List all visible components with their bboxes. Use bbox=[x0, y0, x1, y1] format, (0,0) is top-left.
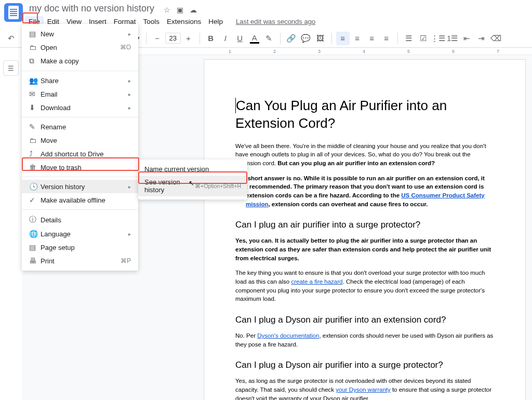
menu-details[interactable]: ⓘDetails bbox=[22, 212, 138, 227]
textcolor-button[interactable]: A bbox=[248, 32, 261, 45]
fontsize-dec[interactable]: − bbox=[151, 32, 164, 45]
menu-email[interactable]: ✉Email▸ bbox=[22, 87, 138, 101]
link-button[interactable]: 🔗 bbox=[285, 32, 298, 45]
fontsize-input[interactable]: 23 bbox=[165, 33, 181, 44]
paragraph: No. Per Dyson's documentation, extension… bbox=[235, 331, 494, 349]
submenu-name-version[interactable]: Name current version bbox=[138, 163, 247, 176]
menu-open[interactable]: 🗀Open⌘O bbox=[22, 41, 138, 54]
paragraph: We've all been there. You're in the midd… bbox=[235, 142, 494, 168]
document-page[interactable]: Can You Plug an Air Purifier into an Ext… bbox=[204, 59, 526, 400]
menu-trash[interactable]: 🗑Move to trash bbox=[22, 161, 138, 174]
docs-logo[interactable] bbox=[4, 3, 23, 22]
ruler-tick: 3 bbox=[318, 49, 321, 54]
indent-button[interactable]: ⇥ bbox=[475, 32, 488, 45]
cursor-icon: ↖ bbox=[189, 179, 194, 187]
last-edit-link[interactable]: Last edit was seconds ago bbox=[236, 18, 315, 25]
link-dyson-docs[interactable]: Dyson's documentation bbox=[257, 332, 319, 339]
ruler-tick: 4 bbox=[363, 49, 365, 54]
italic-button[interactable]: I bbox=[219, 32, 232, 45]
linespacing-button[interactable]: ☰ bbox=[402, 32, 416, 45]
highlight-button[interactable]: ✎ bbox=[262, 32, 276, 45]
menu-makecopy[interactable]: ⧉Make a copy bbox=[22, 54, 138, 68]
outdent-button[interactable]: ⇤ bbox=[460, 32, 474, 45]
menu-share[interactable]: 👥Share▸ bbox=[22, 74, 138, 87]
align-justify-button[interactable]: ≡ bbox=[380, 32, 393, 45]
menu-move[interactable]: 🗀Move bbox=[22, 134, 138, 147]
heading-2: Can I plug a Dyson air purifier into an … bbox=[235, 315, 494, 325]
heading-2: Can I plug a Dyson air purifier into a s… bbox=[235, 360, 494, 370]
ruler-tick: 5 bbox=[407, 49, 410, 54]
menu-pagesetup[interactable]: ▤Page setup bbox=[22, 241, 138, 254]
menu-extensions[interactable]: Extensions bbox=[163, 16, 205, 27]
menu-print[interactable]: 🖶Print⌘P bbox=[22, 254, 138, 268]
bulletlist-button[interactable]: ⋮☰ bbox=[431, 32, 445, 45]
checklist-button[interactable]: ☑ bbox=[417, 32, 430, 45]
menu-language[interactable]: 🌐Language▸ bbox=[22, 227, 138, 241]
menu-new[interactable]: ▤New▸ bbox=[22, 27, 138, 41]
menu-download[interactable]: ⬇Download▸ bbox=[22, 101, 138, 114]
ruler-tick: 1 bbox=[229, 49, 231, 54]
menu-rename[interactable]: ✎Rename bbox=[22, 120, 138, 134]
paragraph: The key thing you want to ensure is that… bbox=[235, 269, 494, 303]
clearformat-button[interactable]: ⌫ bbox=[489, 32, 503, 45]
paragraph: Yes, as long as the surge protector is n… bbox=[235, 377, 494, 400]
doc-title[interactable]: my doc with no version history bbox=[26, 2, 157, 15]
move-icon[interactable]: ▣ bbox=[177, 6, 183, 14]
comment-button[interactable]: 💬 bbox=[299, 32, 313, 45]
file-menu-dropdown: ▤New▸ 🗀Open⌘O ⧉Make a copy 👥Share▸ ✉Emai… bbox=[22, 24, 138, 271]
link-cpsc[interactable]: US Consumer Product Safety bbox=[401, 192, 484, 198]
link-dyson-warranty[interactable]: your Dyson warranty bbox=[336, 386, 390, 393]
menu-tools[interactable]: Tools bbox=[140, 16, 164, 27]
align-left-button[interactable]: ≡ bbox=[336, 32, 350, 45]
image-button[interactable]: 🖼 bbox=[314, 32, 327, 45]
paragraph: The short answer is no. While it is poss… bbox=[235, 174, 494, 209]
heading-2: Can I plug an air purifier into a surge … bbox=[235, 220, 494, 230]
cloud-icon[interactable]: ☁ bbox=[190, 6, 197, 14]
ruler-tick: 7 bbox=[497, 49, 499, 54]
star-icon[interactable]: ☆ bbox=[164, 6, 170, 14]
ruler-tick: 2 bbox=[273, 49, 276, 54]
menu-shortcut[interactable]: ⤴Add shortcut to Drive bbox=[22, 147, 138, 161]
underline-button[interactable]: U bbox=[233, 32, 247, 45]
bold-button[interactable]: B bbox=[204, 32, 218, 45]
outline-button[interactable]: ☰ bbox=[3, 60, 19, 76]
numberlist-button[interactable]: 1☰ bbox=[446, 32, 459, 45]
fontsize-inc[interactable]: + bbox=[182, 32, 195, 45]
ruler-tick: 6 bbox=[452, 49, 455, 54]
paragraph: Yes, you can. It is actually better to p… bbox=[235, 236, 494, 262]
link-fire[interactable]: create a fire hazard bbox=[291, 278, 342, 285]
heading-1: Can You Plug an Air Purifier into an Ext… bbox=[235, 97, 494, 132]
menu-version-history[interactable]: 🕓Version history▸ bbox=[22, 180, 138, 193]
align-center-button[interactable]: ≡ bbox=[351, 32, 364, 45]
menu-help[interactable]: Help bbox=[205, 16, 227, 27]
undo-button[interactable]: ↶ bbox=[4, 32, 18, 45]
align-right-button[interactable]: ≡ bbox=[365, 32, 379, 45]
menu-offline[interactable]: ✓Make available offline bbox=[22, 193, 138, 207]
